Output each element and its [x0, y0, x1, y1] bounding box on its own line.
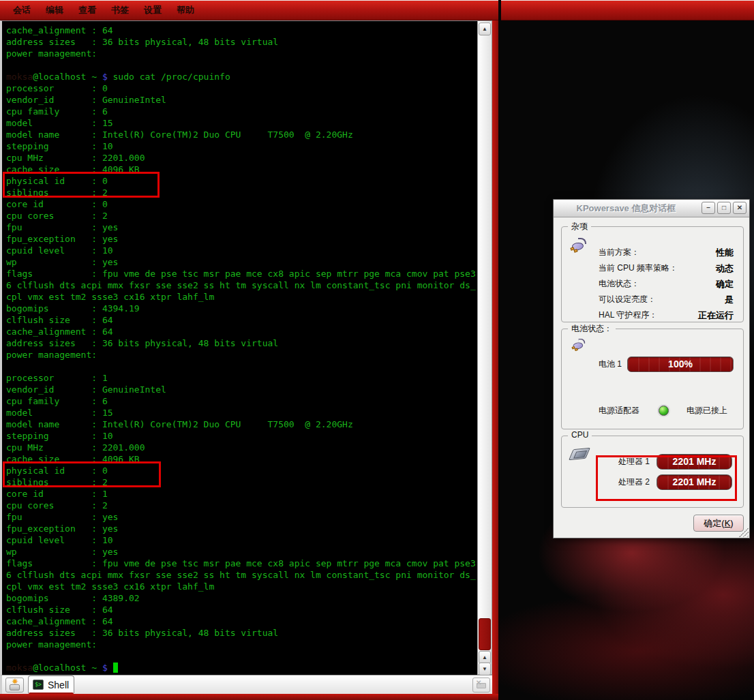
terminal-line: power management:	[6, 349, 476, 361]
dialog-titlebar[interactable]: KPowersave 信息对话框 – □ ✕	[554, 200, 749, 217]
terminal-line: flags : fpu vme de pse tsc msr pae mce c…	[6, 558, 476, 569]
group-battery-label: 电池状态：	[568, 323, 616, 335]
terminal-line: cache_alignment : 64	[6, 25, 476, 36]
info-row: HAL 守护程序：正在运行	[599, 307, 734, 323]
ok-button[interactable]: 确定(K)	[693, 515, 744, 532]
info-label: 当前 CPU 频率策略：	[599, 262, 678, 274]
power-plug-icon	[571, 238, 588, 253]
terminal-line: wp : yes	[6, 546, 476, 558]
terminal-line: address sizes : 36 bits physical, 48 bit…	[6, 337, 476, 349]
terminal-view[interactable]: cache_alignment : 64address sizes : 36 b…	[0, 20, 477, 675]
menu-item[interactable]: 查看	[71, 4, 104, 16]
terminal-line: fpu_exception : yes	[6, 523, 476, 534]
terminal-line: core id : 1	[6, 488, 476, 500]
battery-level-bar: 100%	[627, 356, 734, 372]
close-session-x-icon: ✕	[476, 679, 481, 686]
terminal-line: cpu cores : 2	[6, 500, 476, 511]
info-value: 是	[725, 294, 734, 306]
window-border-right	[492, 20, 498, 700]
terminal-output: cache_alignment : 64address sizes : 36 b…	[6, 25, 476, 673]
terminal-line: power management:	[6, 48, 476, 59]
terminal-line	[6, 650, 476, 662]
terminal-line: clflush size : 64	[6, 604, 476, 615]
close-session-button[interactable]: ✕	[472, 678, 490, 693]
minimize-button[interactable]: –	[702, 202, 715, 214]
window-buttons: – □ ✕	[702, 202, 747, 214]
annotation-box-cpu-frequency	[596, 455, 737, 501]
terminal-line: vendor_id : GenuineIntel	[6, 384, 476, 395]
terminal-line: cpu family : 6	[6, 106, 476, 117]
annotation-box-cpu0-mhz-cache	[3, 172, 160, 198]
info-value: 性能	[716, 247, 734, 259]
terminal-line: cpu cores : 2	[6, 210, 476, 222]
terminal-line: address sizes : 36 bits physical, 48 bit…	[6, 36, 476, 48]
menu-item[interactable]: 设置	[136, 4, 169, 16]
terminal-line: wp : yes	[6, 256, 476, 268]
battery-plug-icon	[572, 339, 587, 352]
adapter-row: 电源适配器 电源已接上	[599, 403, 734, 418]
adapter-label: 电源适配器	[599, 405, 639, 416]
scrollbar-thumb[interactable]	[479, 618, 491, 650]
terminal-line: model name : Intel(R) Core(TM)2 Duo CPU …	[6, 419, 476, 430]
terminal-line: cpl vmx est tm2 ssse3 cx16 xtpr lahf_lm	[6, 581, 476, 592]
terminal-line: model : 15	[6, 117, 476, 129]
info-row: 当前方案：性能	[599, 245, 734, 260]
group-misc: 杂项 当前方案：性能当前 CPU 频率策略：动态电池状态：确定可以设定亮度：是H…	[561, 226, 744, 322]
terminal-line: power management:	[6, 639, 476, 650]
terminal-line: cpl vmx est tm2 ssse3 cx16 xtpr lahf_lm	[6, 291, 476, 303]
terminal-line: processor : 1	[6, 372, 476, 384]
terminal-line: 6 clflush dts acpi mmx fxsr sse sse2 ss …	[6, 279, 476, 291]
tab-shell-label: Shell	[48, 680, 69, 690]
terminal-line: fpu : yes	[6, 222, 476, 233]
resize-grip[interactable]	[739, 528, 749, 537]
battery-label: 电池 1	[599, 359, 622, 370]
terminal-line: cpuid level : 10	[6, 245, 476, 256]
group-cpu-label: CPU	[568, 430, 592, 440]
terminal-line: stepping : 10	[6, 430, 476, 442]
terminal-line: cpu family : 6	[6, 395, 476, 407]
menu-bar: 会话编辑查看书签设置帮助	[0, 0, 498, 20]
menu-item[interactable]: 帮助	[169, 4, 202, 16]
info-label: 电池状态：	[599, 278, 639, 290]
menu-bar-right-extension	[501, 0, 754, 20]
new-session-button[interactable]: ✷	[5, 678, 24, 693]
terminal-line: fpu_exception : yes	[6, 233, 476, 245]
adapter-led-icon	[659, 406, 669, 416]
terminal-line: cpuid level : 10	[6, 534, 476, 546]
terminal-line: cpu MHz : 2201.000	[6, 152, 476, 164]
group-misc-label: 杂项	[568, 221, 591, 232]
cpu-chip-icon	[569, 448, 590, 460]
info-row: 电池状态：确定	[599, 276, 734, 292]
kpowersave-dialog: KPowersave 信息对话框 – □ ✕ 杂项 当前方案：性能当前 CPU …	[553, 199, 750, 538]
terminal-line: clflush size : 64	[6, 314, 476, 326]
menu-item[interactable]: 编辑	[38, 4, 71, 16]
info-value: 正在运行	[698, 309, 734, 322]
terminal-line: model name : Intel(R) Core(TM)2 Duo CPU …	[6, 129, 476, 140]
terminal-line: model : 15	[6, 407, 476, 419]
terminal-line: vendor_id : GenuineIntel	[6, 94, 476, 106]
terminal-line	[6, 59, 476, 71]
close-button[interactable]: ✕	[733, 202, 747, 214]
session-tray-icon	[10, 684, 20, 690]
scrollbar-down-icon[interactable]: ▼	[479, 663, 491, 675]
scrollbar-up-icon[interactable]: ▲	[479, 22, 491, 35]
screen: 会话编辑查看书签设置帮助 cache_alignment : 64address…	[0, 0, 754, 700]
menu-item[interactable]: 书签	[104, 4, 136, 16]
terminal-line: bogomips : 4389.02	[6, 592, 476, 604]
menu-item[interactable]: 会话	[5, 4, 38, 16]
terminal-line: flags : fpu vme de pse tsc msr pae mce c…	[6, 268, 476, 279]
info-label: HAL 守护程序：	[599, 309, 657, 321]
terminal-line: 6 clflush dts acpi mmx fxsr sse sse2 ss …	[6, 569, 476, 581]
terminal-line	[6, 361, 476, 372]
terminal-scrollbar[interactable]: ▲ ▲ ▼	[477, 20, 492, 675]
battery-row: 电池 1 100%	[599, 356, 734, 372]
info-label: 可以设定亮度：	[599, 294, 656, 305]
adapter-status: 电源已接上	[687, 405, 727, 416]
info-value: 动态	[716, 262, 734, 275]
terminal-line: moksa@localhost ~ $	[6, 662, 476, 673]
shell-terminal-icon: $>	[33, 680, 44, 690]
maximize-button[interactable]: □	[717, 202, 731, 214]
terminal-line: bogomips : 4394.19	[6, 303, 476, 314]
tab-shell[interactable]: $> Shell	[28, 675, 74, 693]
terminal-line: cpu MHz : 2201.000	[6, 442, 476, 453]
